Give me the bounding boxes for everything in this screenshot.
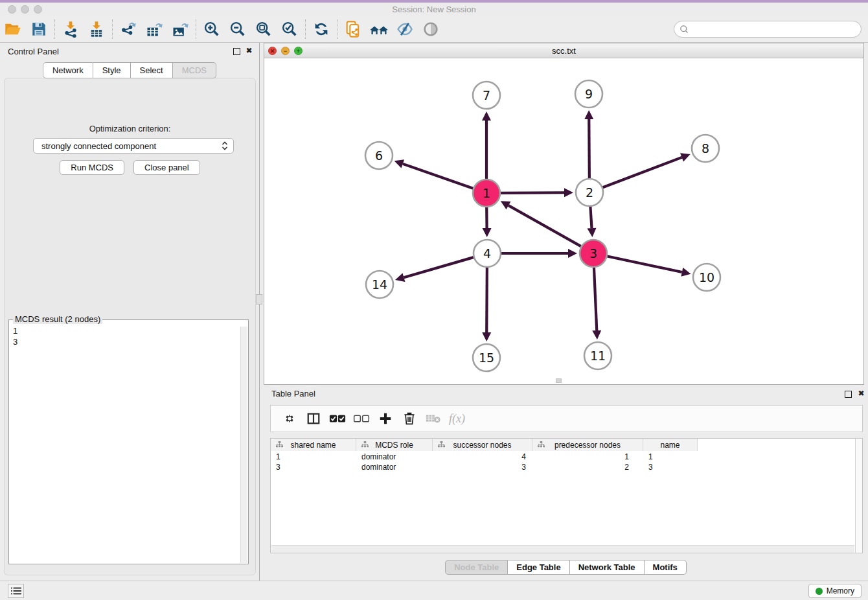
save-session-button[interactable] [26, 18, 52, 40]
zoom-out-button[interactable] [225, 18, 251, 40]
graph-node-label: 4 [483, 246, 491, 260]
column-header-shared-name[interactable]: shared name [271, 439, 356, 451]
task-history-button[interactable] [8, 584, 24, 598]
edge-3-11[interactable] [594, 268, 597, 330]
edge-arrowhead [394, 159, 405, 168]
edge-arrowhead [395, 273, 405, 281]
network-window-titlebar[interactable]: ✕ − + scc.txt [264, 43, 863, 58]
edge-arrowhead [584, 110, 593, 119]
deselect-all-columns-button[interactable] [349, 408, 373, 430]
add-column-button[interactable] [373, 408, 397, 430]
table-cell[interactable]: 3 [643, 462, 698, 472]
edge-1-2[interactable] [501, 192, 564, 193]
first-neighbors-button[interactable] [366, 18, 392, 40]
column-header-predecessor-nodes[interactable]: predecessor nodes [532, 439, 643, 451]
memory-button[interactable]: Memory [808, 584, 862, 598]
edge-3-10[interactable] [608, 257, 682, 272]
edge-1-6[interactable] [403, 164, 473, 189]
import-network-button[interactable] [58, 18, 84, 40]
delete-columns-button[interactable] [397, 408, 421, 430]
split-columns-icon [306, 411, 321, 426]
zoom-in-button[interactable] [199, 18, 225, 40]
table-rows: 1dominator4113dominator323 [271, 452, 698, 472]
network-graph-canvas[interactable]: 1234678910111415 [264, 58, 863, 384]
node-table[interactable]: shared nameMCDS rolesuccessor nodesprede… [270, 438, 863, 553]
tab-motifs[interactable]: Motifs [645, 560, 687, 575]
tab-node-table[interactable]: Node Table [445, 560, 508, 575]
zoom-fit-button[interactable] [251, 18, 277, 40]
toggle-graphics-details-button[interactable] [392, 18, 418, 40]
column-header-label: MCDS role [375, 441, 413, 450]
open-session-button[interactable] [0, 18, 26, 40]
tab-network-table[interactable]: Network Table [570, 560, 645, 575]
tab-select[interactable]: Select [131, 62, 173, 78]
network-hscroll-nub[interactable] [556, 378, 562, 383]
split-view-button[interactable] [301, 408, 325, 430]
column-header-label: name [660, 441, 680, 450]
tab-mcds[interactable]: MCDS [173, 62, 216, 78]
zoom-selected-icon [280, 20, 299, 38]
edge-3-1[interactable] [508, 205, 581, 246]
birds-eye-view-button[interactable] [418, 18, 444, 40]
divider-grip[interactable] [256, 294, 262, 305]
toolbar-separator [112, 19, 113, 39]
zoom-selected-button[interactable] [277, 18, 303, 40]
table-row[interactable]: 3dominator323 [271, 462, 698, 472]
search-input[interactable] [693, 25, 861, 34]
table-cell[interactable]: 1 [271, 452, 356, 462]
table-cell[interactable]: 1 [532, 452, 643, 462]
edge-2-8[interactable] [603, 157, 682, 187]
criterion-selected-value: strongly connected component [41, 141, 222, 151]
criterion-select[interactable]: strongly connected component [33, 138, 234, 154]
tab-style[interactable]: Style [93, 62, 131, 78]
table-row[interactable]: 1dominator411 [271, 452, 698, 462]
fx-icon: f(x) [449, 412, 465, 426]
mcds-result-scrollbar[interactable] [240, 327, 247, 563]
select-all-columns-button[interactable] [325, 408, 349, 430]
clone-network-button[interactable] [340, 18, 366, 40]
float-panel-icon[interactable] [233, 48, 240, 55]
close-panel-icon[interactable]: ✖ [245, 47, 253, 55]
tab-network[interactable]: Network [43, 62, 93, 78]
function-builder-button[interactable]: f(x) [445, 408, 469, 430]
two-homes-icon [369, 20, 389, 38]
column-header-MCDS-role[interactable]: MCDS role [356, 439, 433, 451]
window-title: Session: New Session [0, 5, 868, 14]
export-image-button[interactable] [167, 18, 193, 40]
edge-2-9[interactable] [589, 119, 589, 178]
export-table-button[interactable] [141, 18, 167, 40]
table-panel-tabs: Node TableEdge TableNetwork TableMotifs [264, 560, 868, 575]
save-disk-icon [30, 21, 47, 38]
table-cell[interactable]: dominator [356, 452, 433, 462]
table-vscrollbar[interactable] [855, 439, 862, 553]
run-mcds-button[interactable]: Run MCDS [60, 160, 124, 175]
search-box[interactable] [674, 21, 862, 38]
main-titlebar: Session: New Session [0, 3, 868, 16]
column-header-successor-nodes[interactable]: successor nodes [433, 439, 532, 451]
delete-table-button[interactable] [421, 408, 445, 430]
table-cell[interactable]: 3 [271, 462, 356, 472]
table-cell[interactable]: 2 [532, 462, 643, 472]
column-header-name[interactable]: name [643, 439, 698, 451]
edge-4-15[interactable] [486, 268, 487, 332]
edge-2-3[interactable] [590, 207, 591, 228]
table-cell[interactable]: 4 [433, 452, 532, 462]
graph-node-label: 10 [699, 270, 714, 284]
table-settings-button[interactable] [277, 408, 301, 430]
table-panel-title: Table Panel [271, 389, 315, 398]
table-cell[interactable]: dominator [356, 462, 433, 472]
close-panel-button[interactable]: Close panel [133, 160, 200, 175]
float-table-panel-icon[interactable] [845, 391, 852, 398]
close-table-panel-icon[interactable]: ✖ [857, 389, 865, 398]
export-network-button[interactable] [115, 18, 141, 40]
refresh-button[interactable] [308, 18, 334, 40]
tab-edge-table[interactable]: Edge Table [508, 560, 569, 575]
column-tree-icon [276, 441, 283, 448]
table-cell[interactable]: 3 [433, 462, 532, 472]
table-panel: Table Panel ✖ [264, 385, 868, 581]
graph-node-label: 7 [483, 88, 490, 102]
table-cell[interactable]: 1 [643, 452, 698, 462]
mcds-result-box: MCDS result (2 nodes) 13 [8, 319, 249, 564]
edge-4-14[interactable] [404, 257, 473, 277]
import-table-button[interactable] [84, 18, 109, 40]
